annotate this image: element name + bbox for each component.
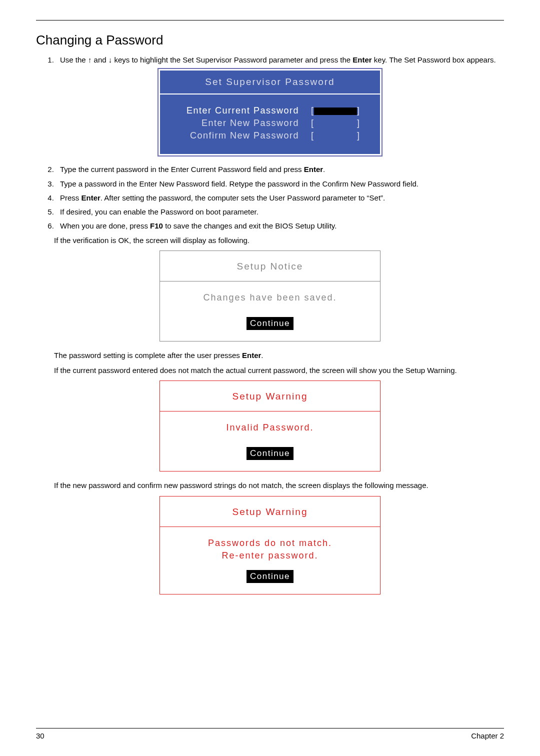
- warning-message-1: Passwords do not match.: [160, 538, 380, 548]
- bios-field-current: []: [311, 106, 360, 116]
- notice-title: Setup Notice: [160, 251, 380, 282]
- header-rule: [36, 20, 504, 20]
- mismatch-intro: If the new password and confirm new pass…: [54, 480, 504, 490]
- section-heading: Changing a Password: [36, 32, 504, 48]
- setup-warning-mismatch-dialog: Setup Warning Passwords do not match. Re…: [160, 496, 380, 594]
- after-enter-text: The password setting is complete after t…: [54, 350, 504, 360]
- step-4: Press Enter. After setting the password,…: [56, 193, 504, 203]
- step-2: Type the current password in the Enter C…: [56, 164, 504, 174]
- page-number: 30: [36, 732, 44, 740]
- bios-label-current: Enter Current Password: [169, 106, 311, 116]
- bios-dialog-title: Set Supervisor Password: [160, 70, 380, 94]
- warning-message-2: Re-enter password.: [160, 550, 380, 561]
- warning-body: Passwords do not match. Re-enter passwor…: [160, 527, 380, 594]
- warning-title: Setup Warning: [160, 496, 380, 527]
- notice-body: Changes have been saved. Continue: [160, 282, 380, 341]
- invalid-password-intro: If the current password entered does not…: [54, 366, 504, 376]
- warning-message: Invalid Password.: [160, 422, 380, 433]
- step-3: Type a password in the Enter New Passwor…: [56, 179, 504, 189]
- setup-notice-dialog: Setup Notice Changes have been saved. Co…: [160, 250, 380, 342]
- verification-text: If the verification is OK, the screen wi…: [54, 236, 504, 246]
- bios-row-current: Enter Current Password []: [169, 106, 371, 116]
- enter-key: Enter: [82, 194, 100, 202]
- warning-button-row: Continue: [160, 435, 380, 471]
- notice-message: Changes have been saved.: [160, 292, 380, 303]
- bios-row-confirm: Confirm New Password []: [169, 130, 371, 141]
- continue-button[interactable]: Continue: [246, 570, 294, 583]
- continue-button[interactable]: Continue: [246, 317, 294, 330]
- bios-dialog-body: Enter Current Password [] Enter New Pass…: [160, 94, 380, 154]
- warning-button-row: Continue: [160, 563, 380, 594]
- step-6: When you are done, press F10 to save the…: [56, 221, 504, 231]
- instruction-list-continued: Type the current password in the Enter C…: [56, 164, 504, 231]
- warning-title: Setup Warning: [160, 381, 380, 412]
- bios-field-confirm: []: [311, 130, 360, 141]
- enter-key: Enter: [242, 351, 261, 360]
- document-page: Changing a Password Use the ↑ and ↓ keys…: [0, 0, 540, 756]
- page-footer: 30 Chapter 2: [36, 728, 504, 740]
- bios-password-dialog: Set Supervisor Password Enter Current Pa…: [158, 69, 382, 156]
- enter-key: Enter: [352, 56, 372, 64]
- f10-key: F10: [150, 222, 163, 230]
- warning-body: Invalid Password. Continue: [160, 412, 380, 471]
- password-mask: [314, 108, 357, 115]
- notice-button-row: Continue: [160, 305, 380, 341]
- bios-row-new: Enter New Password []: [169, 118, 371, 128]
- step-1: Use the ↑ and ↓ keys to highlight the Se…: [56, 55, 504, 65]
- step-5: If desired, you can enable the Password …: [56, 207, 504, 217]
- bios-label-new: Enter New Password: [169, 118, 311, 128]
- bios-label-confirm: Confirm New Password: [169, 130, 311, 141]
- bios-field-new: []: [311, 118, 360, 128]
- setup-warning-invalid-dialog: Setup Warning Invalid Password. Continue: [160, 380, 380, 472]
- continue-button[interactable]: Continue: [246, 447, 294, 460]
- instruction-list: Use the ↑ and ↓ keys to highlight the Se…: [56, 55, 504, 65]
- chapter-label: Chapter 2: [471, 732, 504, 740]
- enter-key: Enter: [304, 165, 323, 174]
